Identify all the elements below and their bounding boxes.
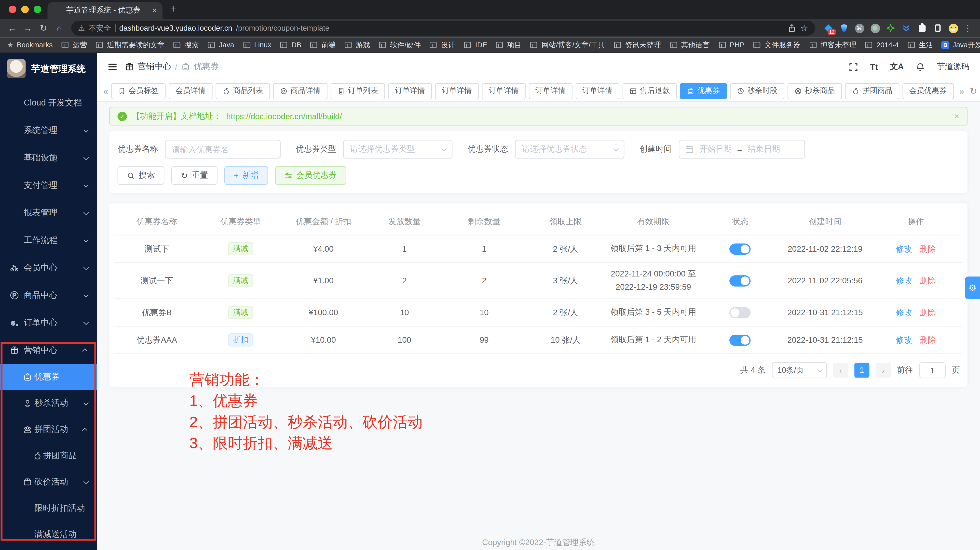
- bookmark-folder[interactable]: 其他语言: [669, 40, 710, 49]
- tabs-refresh-icon[interactable]: ↻: [970, 86, 977, 96]
- tab-order-detail[interactable]: 订单详情: [576, 83, 619, 99]
- bell-icon[interactable]: [916, 62, 925, 71]
- back-icon[interactable]: ←: [5, 23, 19, 33]
- sidebar-item-groupon-product[interactable]: 拼团商品: [0, 442, 97, 469]
- edit-link[interactable]: 修改: [896, 275, 912, 286]
- bookmark-folder[interactable]: IDE: [463, 40, 487, 49]
- reset-button[interactable]: ↻重置: [171, 166, 218, 185]
- delete-link[interactable]: 删除: [920, 334, 936, 346]
- window-controls[interactable]: [9, 6, 41, 13]
- bookmark-folder[interactable]: 生活: [907, 40, 933, 49]
- collapse-sidebar-icon[interactable]: [108, 62, 118, 72]
- sidebar-item-system[interactable]: 系统管理: [0, 117, 97, 144]
- coupon-name-input[interactable]: [165, 140, 281, 159]
- bookmark-folder[interactable]: 前端: [309, 40, 336, 49]
- coupon-type-select[interactable]: 请选择优惠券类型: [343, 140, 453, 159]
- tab-order-detail[interactable]: 订单详情: [482, 83, 525, 99]
- tab-product-detail[interactable]: 商品详情: [273, 83, 327, 99]
- tab-member-detail[interactable]: 会员详情: [169, 83, 212, 99]
- bookmark-folder[interactable]: 资讯未整理: [613, 40, 661, 49]
- extension-star-icon[interactable]: [886, 23, 896, 33]
- extension-reader-icon[interactable]: [932, 23, 943, 33]
- sidebar-item-marketing[interactable]: 营销中心: [0, 336, 97, 364]
- tab-after-sale[interactable]: 售后退款: [622, 83, 676, 99]
- close-window-button[interactable]: [9, 6, 16, 13]
- settings-fab[interactable]: ⚙: [965, 276, 980, 299]
- font-size-icon[interactable]: Tt: [870, 62, 878, 71]
- sidebar-item-report[interactable]: 报表管理: [0, 199, 97, 227]
- bookmark-folder[interactable]: DB: [279, 40, 301, 49]
- security-label[interactable]: 不安全: [89, 23, 111, 33]
- tab-close-icon[interactable]: ×: [152, 6, 157, 15]
- sidebar-item-discount[interactable]: 限时折扣活动: [0, 495, 97, 521]
- sidebar-item-groupon[interactable]: 拼团活动: [0, 416, 97, 442]
- minimize-window-button[interactable]: [21, 6, 29, 13]
- bookmark-folder[interactable]: 运营: [61, 40, 87, 49]
- tab-order-detail[interactable]: 订单详情: [435, 83, 479, 99]
- address-bar[interactable]: ⚠ 不安全 dashboard-vue3.yudao.iocoder.cn/pr…: [71, 21, 815, 36]
- extension-emoji-icon[interactable]: [948, 23, 958, 33]
- new-tab-button[interactable]: +: [170, 3, 176, 16]
- coupon-status-select[interactable]: 请选择优惠券状态: [515, 140, 625, 159]
- username[interactable]: 芋道源码: [937, 61, 969, 72]
- bookmark-folder[interactable]: Linux: [242, 40, 271, 49]
- current-page-button[interactable]: 1: [854, 363, 869, 378]
- sidebar-item-reward[interactable]: 满减送活动: [0, 521, 97, 548]
- extension-command-icon[interactable]: ⌘: [854, 23, 864, 33]
- extension-puzzle-icon[interactable]: [917, 23, 927, 33]
- tab-product-list[interactable]: 商品列表: [216, 83, 270, 99]
- reload-icon[interactable]: ↻: [37, 23, 51, 33]
- status-toggle[interactable]: [730, 243, 751, 254]
- bookmarks-root[interactable]: ★Bookmarks: [7, 40, 53, 49]
- home-icon[interactable]: ⌂: [52, 23, 66, 33]
- browser-menu-icon[interactable]: ⋮: [964, 23, 972, 33]
- tab-groupon-product[interactable]: 拼团商品: [845, 83, 899, 99]
- breadcrumb-parent[interactable]: 营销中心: [137, 61, 171, 72]
- next-page-button[interactable]: ›: [876, 363, 891, 378]
- bookmark-java[interactable]: BJava开发 | 小组首...: [941, 40, 980, 49]
- sidebar-item-seckill[interactable]: 秒杀活动: [0, 390, 97, 417]
- bookmark-folder[interactable]: 游戏: [344, 40, 370, 49]
- status-toggle[interactable]: [730, 275, 751, 286]
- banner-close-icon[interactable]: ×: [954, 111, 959, 121]
- tab-seckill-time[interactable]: 秒杀时段: [730, 83, 784, 99]
- create-time-range-picker[interactable]: 开始日期 – 结束日期: [679, 140, 805, 159]
- bookmark-folder[interactable]: 项目: [495, 40, 522, 49]
- sidebar-item-pay[interactable]: 支付管理: [0, 172, 97, 199]
- edit-link[interactable]: 修改: [896, 334, 912, 346]
- extension-sites-icon[interactable]: 12: [823, 23, 833, 33]
- tab-order-detail[interactable]: 订单详情: [528, 83, 572, 99]
- sidebar-item-bargain[interactable]: 砍价活动: [0, 469, 97, 495]
- tabs-scroll-right-icon[interactable]: »: [959, 86, 964, 96]
- extension-chevrons-icon[interactable]: [901, 23, 911, 33]
- bookmark-folder[interactable]: 近期需要读的文章: [95, 40, 165, 49]
- search-button[interactable]: 搜索: [118, 166, 164, 185]
- delete-link[interactable]: 删除: [920, 275, 936, 286]
- edit-link[interactable]: 修改: [896, 307, 912, 318]
- sidebar-item-member[interactable]: 会员中心: [0, 254, 97, 282]
- tab-member-coupon[interactable]: 会员优惠券: [902, 83, 954, 99]
- bookmark-folder[interactable]: 博客未整理: [809, 40, 856, 49]
- bookmark-folder[interactable]: 搜索: [173, 40, 199, 49]
- add-button[interactable]: +新增: [224, 166, 268, 185]
- zoom-window-button[interactable]: [33, 6, 41, 13]
- bookmark-folder[interactable]: 2014-4: [865, 40, 899, 49]
- extension-dot-icon[interactable]: [870, 23, 880, 33]
- page-size-select[interactable]: 10条/页: [772, 362, 827, 378]
- bookmark-folder[interactable]: 文件服务器: [752, 40, 800, 49]
- tab-seckill-product[interactable]: 秒杀商品: [787, 83, 842, 99]
- tabs-scroll-left-icon[interactable]: «: [103, 86, 108, 96]
- share-icon[interactable]: [788, 24, 797, 33]
- delete-link[interactable]: 删除: [920, 307, 936, 318]
- bookmark-folder[interactable]: 软件/硬件: [378, 40, 421, 49]
- sidebar-item-order[interactable]: e订单中心: [0, 309, 97, 336]
- tab-coupon[interactable]: 优惠券: [680, 83, 727, 99]
- bookmark-star-icon[interactable]: ☆: [800, 23, 808, 33]
- bookmark-folder[interactable]: PHP: [718, 40, 745, 49]
- delete-link[interactable]: 删除: [920, 243, 936, 254]
- status-toggle[interactable]: [730, 307, 751, 318]
- tab-order-detail[interactable]: 订单详情: [388, 83, 431, 99]
- sidebar-item-product[interactable]: P商品中心: [0, 282, 97, 309]
- sidebar-item-infra[interactable]: 基础设施: [0, 144, 97, 172]
- banner-link[interactable]: https://doc.iocoder.cn/mall/build/: [226, 111, 342, 121]
